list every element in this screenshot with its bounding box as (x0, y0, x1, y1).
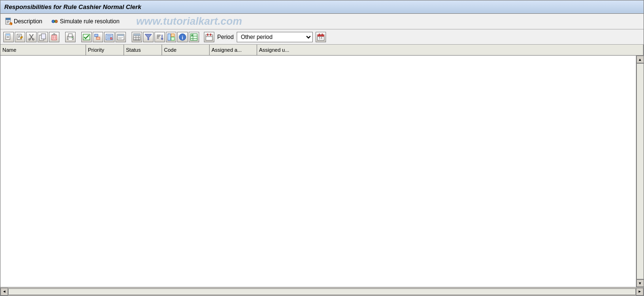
excel-button[interactable] (189, 32, 199, 42)
svg-rect-22 (41, 34, 46, 39)
svg-rect-29 (68, 34, 72, 37)
col-header-status: Status (124, 45, 162, 55)
svg-rect-59 (171, 37, 174, 40)
simulate-label: Simulate rule resolution (60, 18, 119, 25)
col-header-code: Code (162, 45, 210, 55)
svg-rect-58 (171, 34, 174, 37)
col-header-assigned-a: Assigned a... (210, 45, 257, 55)
period-calendar-button[interactable]: 3 4 1 2 (316, 32, 326, 42)
svg-rect-30 (68, 38, 72, 40)
bottom-bar: ◄ ► (0, 287, 644, 296)
table-body: ▲ ▼ (0, 56, 644, 287)
watermark: www.tutorialkart.com (136, 15, 242, 28)
svg-point-31 (72, 37, 73, 38)
table-container: Name Priority Status Code Assigned a... … (0, 45, 644, 287)
scroll-down-button[interactable]: ▼ (636, 279, 644, 287)
period-icon-button[interactable] (204, 32, 214, 42)
scroll-up-button[interactable]: ▲ (636, 56, 644, 63)
print-button[interactable] (65, 32, 76, 42)
title-bar: Responsibilities for Rule Cashier Normal… (0, 0, 644, 14)
svg-rect-70 (207, 34, 208, 36)
layout-button[interactable] (166, 32, 176, 42)
collapse-button[interactable] (104, 32, 115, 42)
menu-bar: i Description Simulate rule resolution w… (0, 14, 644, 29)
svg-text:i: i (182, 35, 183, 40)
description-menu-item[interactable]: i Description (3, 17, 44, 26)
cut-button[interactable] (26, 32, 37, 42)
new-button[interactable] (3, 32, 14, 42)
svg-rect-1 (6, 18, 10, 20)
horizontal-scroll-track[interactable] (8, 288, 636, 295)
main-window: Responsibilities for Rule Cashier Normal… (0, 0, 644, 296)
table-view-button[interactable] (132, 32, 142, 42)
svg-rect-57 (168, 34, 171, 40)
svg-marker-53 (145, 34, 152, 40)
svg-text:1 2: 1 2 (319, 36, 322, 38)
svg-rect-23 (52, 35, 57, 40)
vertical-scrollbar[interactable]: ▲ ▼ (636, 56, 644, 287)
description-label: Description (14, 18, 42, 25)
details-button[interactable] (115, 32, 126, 42)
scroll-track[interactable] (636, 63, 644, 279)
col-header-name: Name (0, 45, 86, 55)
delete-button[interactable] (49, 32, 59, 42)
horizontal-scrollbar[interactable]: ◄ ► (0, 288, 644, 296)
description-icon: i (5, 18, 12, 25)
window-title: Responsibilities for Rule Cashier Normal… (4, 3, 141, 10)
svg-rect-33 (95, 34, 98, 37)
period-select[interactable]: Other period Current period Previous per… (237, 32, 313, 42)
svg-rect-71 (210, 34, 211, 36)
svg-rect-68 (206, 35, 212, 40)
period-section: Period Other period Current period Previ… (204, 32, 326, 42)
svg-rect-10 (6, 34, 10, 36)
col-header-assigned-u: Assigned u... (257, 45, 644, 55)
col-header-priority: Priority (86, 45, 124, 55)
simulate-menu-item[interactable]: Simulate rule resolution (49, 17, 121, 26)
toolbar: i Period (0, 29, 644, 45)
simulate-icon (51, 18, 58, 25)
info-button[interactable]: i (177, 32, 188, 42)
edit-button[interactable] (15, 32, 25, 42)
scroll-left-button[interactable]: ◄ (0, 288, 8, 296)
check-button[interactable] (81, 32, 92, 42)
table-header: Name Priority Status Code Assigned a... … (0, 45, 644, 56)
svg-rect-43 (117, 34, 124, 36)
scroll-right-button[interactable]: ► (636, 288, 644, 296)
expand-button[interactable] (93, 32, 103, 42)
svg-rect-52 (134, 34, 140, 36)
period-label: Period (217, 34, 234, 40)
table-rows[interactable] (0, 56, 636, 287)
copy-button[interactable] (38, 32, 48, 42)
filter-button[interactable] (143, 32, 154, 42)
sort-button[interactable] (154, 32, 165, 42)
